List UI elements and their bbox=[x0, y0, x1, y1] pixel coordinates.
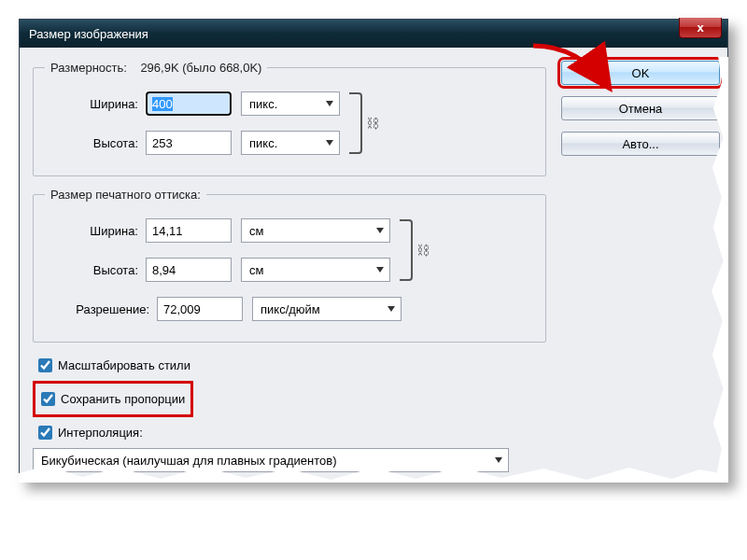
pixel-width-input[interactable] bbox=[146, 91, 232, 116]
constrain-link-icon: ⛓ bbox=[400, 219, 430, 281]
print-width-input[interactable] bbox=[146, 218, 232, 243]
chevron-down-icon bbox=[376, 228, 384, 233]
interpolation-select[interactable]: Бикубическая (наилучшая для плавных град… bbox=[33, 448, 509, 472]
constrain-proportions-label: Сохранить пропорции bbox=[61, 392, 185, 406]
chevron-down-icon bbox=[326, 101, 333, 106]
resolution-unit-select[interactable]: пикс/дюйм bbox=[252, 297, 402, 321]
scale-styles-checkbox[interactable] bbox=[38, 358, 52, 372]
resolution-label: Разрешение: bbox=[45, 302, 157, 316]
constrain-proportions-check-row[interactable]: Сохранить пропорции bbox=[35, 387, 187, 411]
chevron-down-icon bbox=[326, 140, 333, 146]
interpolation-checkbox[interactable] bbox=[38, 426, 52, 440]
chain-icon: ⛓ bbox=[416, 243, 430, 258]
auto-button[interactable]: Авто... bbox=[561, 132, 720, 156]
interpolation-label: Интерполяция: bbox=[58, 426, 143, 440]
print-height-unit-select[interactable]: см bbox=[241, 258, 390, 282]
image-size-dialog: Размер изображения x Размерность: 296,9K… bbox=[19, 19, 728, 483]
pixel-width-unit-select[interactable]: пикс. bbox=[241, 91, 340, 116]
print-dimensions-legend: Размер печатного оттиска: bbox=[45, 188, 206, 202]
chevron-down-icon bbox=[388, 306, 395, 312]
window-title: Размер изображения bbox=[29, 27, 148, 41]
print-dimensions-group: Размер печатного оттиска: Ширина: см bbox=[33, 188, 546, 343]
constrain-proportions-checkbox[interactable] bbox=[41, 392, 55, 406]
interpolation-check-row[interactable]: Интерполяция: bbox=[33, 421, 546, 444]
titlebar[interactable]: Размер изображения x bbox=[20, 20, 727, 48]
height-label: Высота: bbox=[45, 136, 146, 150]
close-icon: x bbox=[697, 21, 703, 35]
print-height-input[interactable] bbox=[146, 258, 232, 282]
pixel-dimensions-legend: Размерность: 296,9K (было 668,0K) bbox=[45, 61, 267, 75]
width-label: Ширина: bbox=[45, 97, 146, 111]
close-button[interactable]: x bbox=[679, 18, 722, 38]
cancel-button[interactable]: Отмена bbox=[561, 96, 720, 120]
scale-styles-check-row[interactable]: Масштабировать стили bbox=[33, 354, 546, 377]
pixel-height-input[interactable] bbox=[146, 131, 232, 155]
chain-icon: ⛓ bbox=[366, 116, 379, 131]
chevron-down-icon bbox=[495, 457, 502, 463]
pixel-dimensions-group: Размерность: 296,9K (было 668,0K) Ширина… bbox=[33, 61, 546, 176]
print-height-label: Высота: bbox=[45, 263, 146, 277]
print-width-unit-select[interactable]: см bbox=[241, 218, 390, 243]
scale-styles-label: Масштабировать стили bbox=[58, 358, 190, 372]
resolution-input[interactable] bbox=[157, 297, 243, 321]
constrain-link-icon: ⛓ bbox=[349, 92, 379, 154]
chevron-down-icon bbox=[376, 267, 384, 273]
ok-button[interactable]: OK bbox=[561, 61, 720, 85]
pixel-height-unit-select[interactable]: пикс. bbox=[241, 131, 340, 155]
print-width-label: Ширина: bbox=[45, 224, 146, 238]
